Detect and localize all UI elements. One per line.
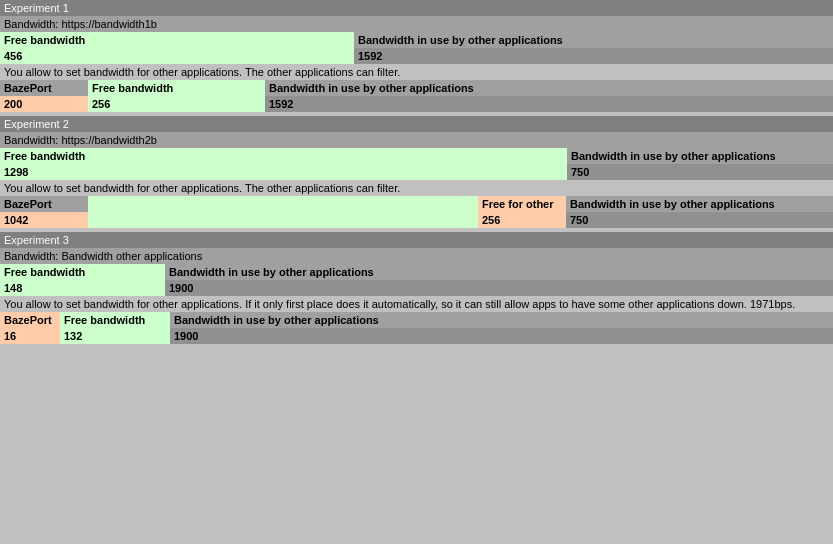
section-1-table-bazeport-value: 200 [0, 96, 88, 112]
section-1-bar-value-row: 456 1592 [0, 48, 833, 64]
section-2-bar-header-row: Free bandwidth Bandwidth in use by other… [0, 148, 833, 164]
section-3-bar-header-row: Free bandwidth Bandwidth in use by other… [0, 264, 833, 280]
section-1-header: Experiment 1 [0, 0, 833, 16]
section-3-free-value: 148 [0, 280, 165, 296]
section-3-table-bw-value: 1900 [170, 328, 833, 344]
section-3-bar-value-row: 148 1900 [0, 280, 833, 296]
section-3-desc: You allow to set bandwidth for other app… [0, 296, 833, 312]
section-3-bw-value: 1900 [165, 280, 833, 296]
section-1-table-free-value: 256 [88, 96, 265, 112]
section-2-bw-value: 750 [567, 164, 833, 180]
section-1-subheader: Bandwidth: https://bandwidth1b [0, 16, 833, 32]
section-1-desc: You allow to set bandwidth for other app… [0, 64, 833, 80]
section-3-table-bazeport-value: 16 [0, 328, 60, 344]
section-2-table-free-header [88, 196, 478, 212]
section-1-sub-label: Bandwidth: https://bandwidth1b [4, 18, 157, 30]
section-2-table-freeother-header: Free for other [478, 196, 566, 212]
section-2-table-bazeport-value: 1042 [0, 212, 88, 228]
section-3: Experiment 3 Bandwidth: Bandwidth other … [0, 232, 833, 344]
section-2-table-value-row: 1042 256 750 [0, 212, 833, 228]
section-3-free-header: Free bandwidth [0, 264, 165, 280]
section-1-free-header: Free bandwidth [0, 32, 354, 48]
section-2-title: Experiment 2 [4, 118, 69, 130]
section-3-table-free-value: 132 [60, 328, 170, 344]
section-2-table-header-row: BazePort Free for other Bandwidth in use… [0, 196, 833, 212]
section-1: Experiment 1 Bandwidth: https://bandwidt… [0, 0, 833, 112]
section-2-table-bazeport-header: BazePort [0, 196, 88, 212]
section-3-title: Experiment 3 [4, 234, 69, 246]
section-3-table-value-row: 16 132 1900 [0, 328, 833, 344]
section-2-subheader: Bandwidth: https://bandwidth2b [0, 132, 833, 148]
section-2-bw-header: Bandwidth in use by other applications [567, 148, 833, 164]
section-3-sub-label: Bandwidth: Bandwidth other applications [4, 250, 202, 262]
section-1-bar-header-row: Free bandwidth Bandwidth in use by other… [0, 32, 833, 48]
section-3-table-bw-header: Bandwidth in use by other applications [170, 312, 833, 328]
section-2-bar-value-row: 1298 750 [0, 164, 833, 180]
section-1-table-header-row: BazePort Free bandwidth Bandwidth in use… [0, 80, 833, 96]
section-2-table-freeother-value: 256 [478, 212, 566, 228]
section-1-free-value: 456 [0, 48, 354, 64]
section-3-table-bazeport-header: BazePort [0, 312, 60, 328]
section-2-sub-label: Bandwidth: https://bandwidth2b [4, 134, 157, 146]
section-1-table-free-header: Free bandwidth [88, 80, 265, 96]
section-3-table-header-row: BazePort Free bandwidth Bandwidth in use… [0, 312, 833, 328]
section-1-bw-value: 1592 [354, 48, 833, 64]
section-2-free-header: Free bandwidth [0, 148, 567, 164]
section-3-table-free-header: Free bandwidth [60, 312, 170, 328]
section-3-bw-header: Bandwidth in use by other applications [165, 264, 833, 280]
section-2-table-free-value [88, 212, 478, 228]
section-2-table-bw-value: 750 [566, 212, 833, 228]
section-3-subheader: Bandwidth: Bandwidth other applications [0, 248, 833, 264]
section-1-table-bw-header: Bandwidth in use by other applications [265, 80, 833, 96]
section-1-table-bazeport-header: BazePort [0, 80, 88, 96]
section-2: Experiment 2 Bandwidth: https://bandwidt… [0, 116, 833, 228]
section-2-desc: You allow to set bandwidth for other app… [0, 180, 833, 196]
section-1-table-value-row: 200 256 1592 [0, 96, 833, 112]
section-2-table-bw-header: Bandwidth in use by other applications [566, 196, 833, 212]
section-1-table-bw-value: 1592 [265, 96, 833, 112]
section-1-bw-header: Bandwidth in use by other applications [354, 32, 833, 48]
section-2-free-value: 1298 [0, 164, 567, 180]
section-2-header: Experiment 2 [0, 116, 833, 132]
section-3-header: Experiment 3 [0, 232, 833, 248]
section-1-title: Experiment 1 [4, 2, 69, 14]
